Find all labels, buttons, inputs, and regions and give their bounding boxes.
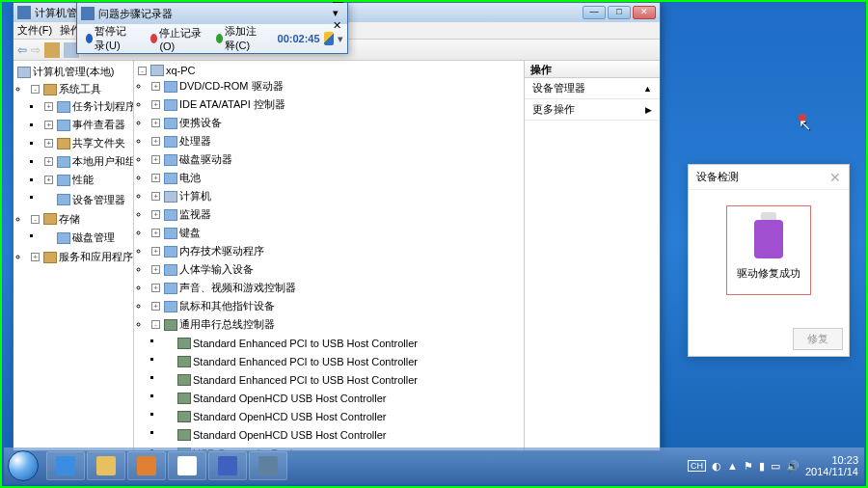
device-detect-popup: 设备检测 ✕ 驱动修复成功 修复: [688, 164, 850, 357]
dev-usb-controllers[interactable]: -通用串行总线控制器: [149, 316, 522, 333]
expand-icon[interactable]: +: [151, 229, 160, 237]
tree-root[interactable]: 计算机管理(本地): [15, 64, 131, 80]
dev-keyboard[interactable]: +键盘: [149, 225, 522, 241]
rec-dropdown-button[interactable]: ▾: [333, 7, 343, 19]
tray-icon[interactable]: ◐: [712, 460, 721, 473]
expand-icon[interactable]: +: [44, 102, 53, 111]
expand-icon[interactable]: +: [151, 265, 160, 274]
collapse-icon[interactable]: -: [31, 85, 40, 94]
usb-device-label: Standard OpenHCD USB Host Controller: [193, 429, 387, 441]
pc-icon: [150, 65, 164, 76]
minimize-button[interactable]: —: [583, 6, 606, 19]
expand-icon[interactable]: +: [151, 100, 160, 109]
tray-battery-icon[interactable]: ▭: [771, 460, 780, 473]
rec-menu-dropdown[interactable]: ▾: [338, 33, 343, 45]
tree-eventviewer[interactable]: +事件查看器: [42, 117, 131, 133]
dev-memtech[interactable]: +内存技术驱动程序: [149, 243, 522, 259]
dev-battery[interactable]: +电池: [149, 170, 522, 186]
stop-icon: [150, 34, 157, 43]
usb-drive-icon: [754, 220, 783, 258]
stop-record-button[interactable]: 停止记录(O): [146, 23, 206, 55]
usb-device-item[interactable]: Standard OpenHCD USB Host Controller: [163, 392, 522, 405]
taskbar-app2[interactable]: [208, 451, 247, 480]
task-icon: [57, 101, 70, 113]
pause-record-button[interactable]: 暂停记录(U): [81, 21, 142, 56]
dev-ide[interactable]: +IDE ATA/ATAPI 控制器: [149, 96, 522, 113]
tree-perf[interactable]: +性能: [42, 172, 131, 188]
tree-tasksched[interactable]: +任务计划程序: [42, 98, 131, 115]
tree-systools[interactable]: -系统工具: [29, 81, 131, 97]
usb-device-item[interactable]: Standard OpenHCD USB Host Controller: [163, 428, 522, 442]
expand-icon[interactable]: +: [151, 247, 160, 256]
expand-icon[interactable]: +: [44, 121, 53, 129]
dev-portable[interactable]: +便携设备: [149, 115, 522, 131]
computer-icon: [17, 67, 31, 78]
rec-minimize-button[interactable]: —: [333, 0, 343, 7]
dev-monitor[interactable]: +监视器: [149, 206, 522, 223]
expand-icon[interactable]: +: [151, 82, 160, 91]
tree-shared[interactable]: +共享文件夹: [42, 135, 131, 151]
system-tray: CH ◐ ▲ ⚑ ▮ ▭ 🔊 10:23 2014/11/14: [688, 454, 864, 477]
actions-devmgr[interactable]: 设备管理器▲: [525, 78, 660, 99]
dev-computer[interactable]: +计算机: [149, 188, 522, 204]
dev-cpu[interactable]: +处理器: [149, 133, 522, 149]
dev-hid[interactable]: +人体学输入设备: [149, 261, 522, 278]
tray-icon[interactable]: ▲: [727, 460, 738, 472]
tree-services[interactable]: +服务和应用程序: [29, 249, 131, 265]
usb-device-item[interactable]: Standard Enhanced PCI to USB Host Contro…: [163, 355, 522, 368]
taskbar-app3[interactable]: [249, 451, 287, 480]
dev-disk[interactable]: +磁盘驱动器: [149, 151, 522, 168]
collapse-icon[interactable]: -: [138, 67, 147, 75]
usb-device-label: Standard Enhanced PCI to USB Host Contro…: [193, 374, 418, 386]
tray-network-icon[interactable]: ▮: [759, 460, 765, 473]
taskbar-explorer[interactable]: [87, 451, 125, 480]
dev-mouse[interactable]: +鼠标和其他指针设备: [149, 298, 522, 314]
tree-users[interactable]: +本地用户和组: [42, 153, 131, 170]
maximize-button[interactable]: □: [608, 6, 631, 19]
taskbar-media[interactable]: [127, 451, 166, 480]
perf-icon: [57, 175, 70, 186]
disk-icon: [57, 232, 70, 244]
expand-icon[interactable]: +: [31, 253, 40, 261]
expand-icon[interactable]: +: [151, 210, 160, 219]
collapse-icon[interactable]: -: [31, 215, 40, 224]
forward-icon[interactable]: ⇨: [31, 43, 41, 57]
tree-storage[interactable]: -存储: [29, 211, 131, 228]
expand-icon[interactable]: +: [151, 137, 160, 146]
usb-device-item[interactable]: Standard Enhanced PCI to USB Host Contro…: [163, 373, 522, 387]
rec-close-button[interactable]: ✕: [333, 19, 343, 32]
expand-icon[interactable]: +: [151, 302, 160, 311]
expand-icon[interactable]: +: [44, 176, 53, 184]
tree-diskmgmt[interactable]: 磁盘管理: [42, 230, 131, 246]
taskbar-app1[interactable]: [168, 451, 206, 480]
collapse-icon[interactable]: -: [151, 320, 160, 329]
dev-root[interactable]: -xq-PC: [136, 64, 522, 77]
add-comment-button[interactable]: 添加注释(C): [211, 21, 272, 56]
actions-more[interactable]: 更多操作▶: [525, 99, 660, 121]
close-button[interactable]: ✕: [633, 6, 656, 19]
usb-device-item[interactable]: Standard Enhanced PCI to USB Host Contro…: [163, 337, 522, 350]
tray-lang-icon[interactable]: CH: [688, 460, 706, 472]
taskbar-ie[interactable]: [46, 451, 85, 480]
tree-devmgr[interactable]: 设备管理器: [42, 192, 131, 208]
back-icon[interactable]: ⇦: [17, 43, 27, 57]
tray-clock[interactable]: 10:23 2014/11/14: [805, 454, 858, 477]
toolbar-btn[interactable]: [44, 42, 60, 58]
expand-icon[interactable]: +: [151, 174, 160, 182]
shield-icon[interactable]: [324, 32, 334, 45]
dev-sound[interactable]: +声音、视频和游戏控制器: [149, 280, 522, 296]
start-button[interactable]: [4, 447, 42, 484]
expand-icon[interactable]: +: [44, 139, 53, 148]
expand-icon[interactable]: +: [44, 157, 53, 166]
expand-icon[interactable]: +: [151, 284, 160, 292]
menu-file[interactable]: 文件(F): [17, 23, 52, 38]
tray-volume-icon[interactable]: 🔊: [786, 460, 800, 473]
usb-device-item[interactable]: Standard OpenHCD USB Host Controller: [163, 410, 522, 423]
detect-close-button[interactable]: ✕: [829, 170, 841, 185]
dev-dvd[interactable]: +DVD/CD-ROM 驱动器: [149, 78, 522, 95]
expand-icon[interactable]: +: [151, 119, 160, 127]
tray-action-center-icon[interactable]: ⚑: [744, 460, 753, 473]
expand-icon[interactable]: +: [151, 192, 160, 201]
fix-button[interactable]: 修复: [793, 328, 843, 350]
expand-icon[interactable]: +: [151, 155, 160, 164]
